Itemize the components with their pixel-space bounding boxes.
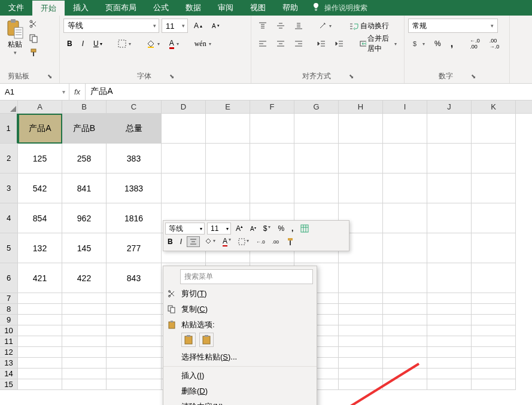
cell-J12[interactable] <box>427 347 472 358</box>
cell-K7[interactable] <box>472 293 516 304</box>
border-button[interactable] <box>114 37 135 50</box>
number-format-combo[interactable]: 常规 <box>408 19 498 33</box>
mini-fill-icon[interactable] <box>202 237 218 246</box>
cell-J10[interactable] <box>427 325 472 336</box>
mini-border-icon[interactable] <box>236 237 251 246</box>
col-header-F[interactable]: F <box>250 101 294 113</box>
cell-J2[interactable] <box>427 144 472 173</box>
mini-percent-icon[interactable]: % <box>275 223 287 234</box>
cell-B3[interactable]: 841 <box>62 173 107 203</box>
cell-C11[interactable] <box>107 336 162 347</box>
row-header-13[interactable]: 13 <box>0 358 18 369</box>
row-header-7[interactable]: 7 <box>0 293 18 304</box>
cell-A7[interactable] <box>18 293 62 304</box>
cell-C6[interactable]: 843 <box>107 263 162 293</box>
cell-J8[interactable] <box>427 304 472 315</box>
row-header-1[interactable]: 1 <box>0 114 18 144</box>
cell-E1[interactable] <box>206 114 250 144</box>
cell-B7[interactable] <box>62 293 107 304</box>
cell-H11[interactable] <box>339 336 383 347</box>
cell-H7[interactable] <box>339 293 383 304</box>
font-size-combo[interactable]: 11 <box>162 19 188 33</box>
cell-C8[interactable] <box>107 304 162 315</box>
orientation-icon[interactable] <box>315 19 335 32</box>
cell-A15[interactable] <box>18 379 62 390</box>
row-header-14[interactable]: 14 <box>0 369 18 379</box>
tab-layout[interactable]: 页面布局 <box>97 0 145 16</box>
mini-italic-icon[interactable]: I <box>178 236 184 247</box>
cell-C13[interactable] <box>107 358 162 369</box>
row-header-6[interactable]: 6 <box>0 263 18 293</box>
font-color-button[interactable]: A <box>166 36 183 51</box>
align-left-icon[interactable] <box>255 37 270 50</box>
row-header-12[interactable]: 12 <box>0 347 18 358</box>
cell-A9[interactable] <box>18 315 62 325</box>
cell-A10[interactable] <box>18 325 62 336</box>
align-right-icon[interactable] <box>291 37 306 50</box>
tab-data[interactable]: 数据 <box>177 0 209 16</box>
cell-E3[interactable] <box>206 173 250 203</box>
cell-H15[interactable] <box>339 379 383 390</box>
cell-K4[interactable] <box>472 203 516 233</box>
tab-review[interactable]: 审阅 <box>209 0 242 16</box>
cell-A6[interactable]: 421 <box>18 263 62 293</box>
cut-icon[interactable] <box>29 19 39 30</box>
cell-K9[interactable] <box>472 315 516 325</box>
mini-currency-icon[interactable]: $ <box>261 223 273 234</box>
cell-K8[interactable] <box>472 304 516 315</box>
cell-K13[interactable] <box>472 358 516 369</box>
col-header-D[interactable]: D <box>162 101 206 113</box>
cell-H9[interactable] <box>339 315 383 325</box>
row-header-10[interactable]: 10 <box>0 325 18 336</box>
number-launcher[interactable]: ⬊ <box>471 73 476 80</box>
cell-H6[interactable] <box>339 263 383 293</box>
cell-A13[interactable] <box>18 358 62 369</box>
mini-inc-dec-icon[interactable]: ←.0 <box>254 238 267 246</box>
col-header-I[interactable]: I <box>383 101 427 113</box>
cell-D1[interactable] <box>162 114 206 144</box>
cell-I5[interactable] <box>383 233 427 263</box>
mini-table-icon[interactable] <box>298 223 311 234</box>
cell-I11[interactable] <box>383 336 427 347</box>
cell-I9[interactable] <box>383 315 427 325</box>
col-header-K[interactable]: K <box>472 101 516 113</box>
cell-H2[interactable] <box>339 144 383 173</box>
cell-J13[interactable] <box>427 358 472 369</box>
cell-K10[interactable] <box>472 325 516 336</box>
row-header-15[interactable]: 15 <box>0 379 18 390</box>
decrease-indent-icon[interactable] <box>314 37 329 50</box>
font-launcher[interactable]: ⬊ <box>169 73 174 80</box>
menu-search-input[interactable]: 搜索菜单 <box>180 269 313 284</box>
cell-D3[interactable] <box>162 173 206 203</box>
cell-J4[interactable] <box>427 203 472 233</box>
tab-help[interactable]: 帮助 <box>274 0 306 16</box>
cell-F2[interactable] <box>250 144 294 173</box>
cell-J9[interactable] <box>427 315 472 325</box>
increase-font-icon[interactable]: A▴ <box>190 19 206 32</box>
menu-cut[interactable]: 剪切(T) <box>163 286 317 302</box>
select-all-corner[interactable] <box>0 101 18 113</box>
paste-option-values[interactable] <box>199 333 214 347</box>
col-header-A[interactable]: A <box>18 101 62 113</box>
name-box[interactable]: A1 <box>0 84 69 100</box>
cell-C4[interactable]: 1816 <box>107 203 162 233</box>
cell-I8[interactable] <box>383 304 427 315</box>
cell-C10[interactable] <box>107 325 162 336</box>
font-name-combo[interactable]: 等线 <box>63 19 159 33</box>
row-header-9[interactable]: 9 <box>0 315 18 325</box>
cell-B6[interactable]: 422 <box>62 263 107 293</box>
cell-C1[interactable]: 总量 <box>107 114 162 144</box>
tell-me-search[interactable]: 操作说明搜索 <box>311 2 367 14</box>
col-header-G[interactable]: G <box>294 101 339 113</box>
cell-I2[interactable] <box>383 144 427 173</box>
menu-delete[interactable]: 删除(D) <box>163 383 317 399</box>
col-header-E[interactable]: E <box>206 101 250 113</box>
cell-I7[interactable] <box>383 293 427 304</box>
tab-formula[interactable]: 公式 <box>145 0 177 16</box>
cell-B13[interactable] <box>62 358 107 369</box>
cell-K1[interactable] <box>472 114 516 144</box>
decrease-decimal-icon[interactable]: .00→.0 <box>486 35 503 52</box>
mini-font-color-icon[interactable]: A <box>220 236 233 248</box>
mini-font-combo[interactable]: 等线 <box>165 223 205 235</box>
cell-I12[interactable] <box>383 347 427 358</box>
